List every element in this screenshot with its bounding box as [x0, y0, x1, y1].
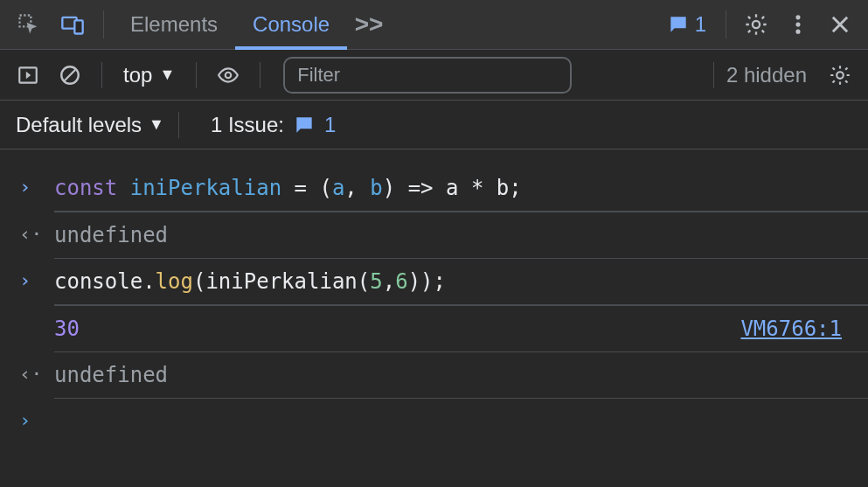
separator	[103, 10, 104, 38]
console-result-row: ‹· undefined	[0, 212, 868, 258]
devtools-tabbar: Elements Console >> 1	[0, 0, 868, 50]
chevron-down-icon: ▼	[149, 115, 164, 134]
source-link[interactable]: VM6766:1	[740, 313, 849, 344]
result-icon: ‹·	[19, 359, 54, 388]
svg-point-3	[753, 21, 760, 28]
console-result-row: ‹· undefined	[0, 352, 868, 398]
tab-elements[interactable]: Elements	[113, 0, 235, 50]
issues-label: 1 Issue:	[211, 113, 284, 137]
svg-point-6	[795, 30, 800, 34]
result-icon: ‹·	[19, 219, 54, 248]
chevron-down-icon: ▼	[159, 66, 175, 84]
console-input-row: › const iniPerkalian = (a, b) => a * b;	[0, 165, 868, 211]
separator	[713, 62, 714, 88]
console-settings-icon[interactable]	[821, 56, 859, 94]
svg-point-4	[795, 15, 800, 19]
log-levels-selector[interactable]: Default levels ▼	[16, 113, 164, 137]
separator	[260, 62, 260, 88]
console-prompt-row[interactable]: ›	[0, 399, 868, 442]
console-toolbar: top ▼ 2 hidden	[0, 50, 868, 101]
svg-rect-2	[74, 20, 82, 33]
clear-console-icon[interactable]	[51, 56, 89, 94]
console-output-row: 30 VM6766:1	[0, 306, 868, 351]
live-expression-icon[interactable]	[209, 56, 247, 94]
svg-point-9	[226, 72, 232, 78]
filter-input[interactable]	[283, 57, 572, 94]
issues-count: 1	[324, 113, 336, 137]
prompt-icon: ›	[19, 172, 54, 201]
issues-badge[interactable]: 1	[656, 12, 717, 37]
sidebar-toggle-icon[interactable]	[9, 56, 47, 94]
issues-link[interactable]: 1 Issue: 1	[211, 113, 336, 137]
separator	[178, 112, 179, 138]
console-input-row: › console.log(iniPerkalian(5,6));	[0, 259, 868, 304]
inspect-icon[interactable]	[7, 0, 51, 50]
kebab-menu-icon[interactable]	[777, 0, 819, 50]
code-line: console.log(iniPerkalian(5,6));	[54, 266, 849, 297]
levels-row: Default levels ▼ 1 Issue: 1	[0, 101, 868, 150]
tab-console[interactable]: Console	[235, 0, 347, 50]
separator	[101, 62, 102, 88]
prompt-icon: ›	[19, 266, 54, 295]
log-levels-label: Default levels	[16, 113, 142, 137]
prompt-icon: ›	[19, 406, 54, 435]
result-value: undefined	[54, 363, 168, 387]
svg-point-5	[795, 22, 800, 26]
context-selector[interactable]: top ▼	[115, 63, 184, 87]
svg-point-10	[837, 72, 844, 79]
issue-chat-icon	[293, 114, 316, 136]
device-toggle-icon[interactable]	[51, 0, 94, 50]
console-log-area: › const iniPerkalian = (a, b) => a * b; …	[0, 150, 868, 442]
issues-badge-count: 1	[695, 12, 706, 37]
output-value: 30	[54, 317, 80, 341]
result-value: undefined	[54, 223, 168, 247]
tabs-overflow[interactable]: >>	[347, 10, 391, 38]
settings-icon[interactable]	[735, 0, 777, 50]
separator	[196, 62, 197, 88]
context-label: top	[123, 63, 152, 87]
code-line: const iniPerkalian = (a, b) => a * b;	[54, 172, 849, 204]
close-icon[interactable]	[819, 0, 861, 50]
separator	[726, 10, 726, 38]
hidden-count[interactable]: 2 hidden	[726, 63, 807, 87]
